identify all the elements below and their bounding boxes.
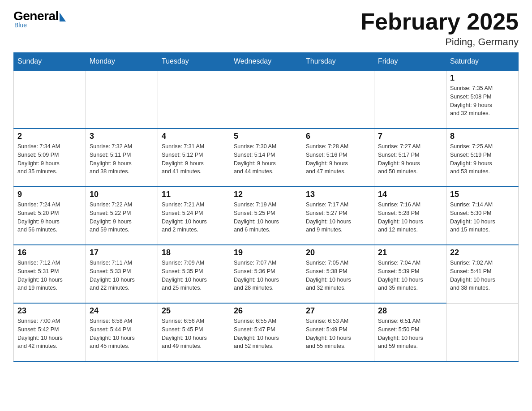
day-number: 19: [234, 248, 298, 257]
day-info: Sunrise: 7:25 AM Sunset: 5:19 PM Dayligh…: [450, 142, 515, 176]
day-number: 25: [162, 306, 226, 316]
calendar-day-cell: 2Sunrise: 7:34 AM Sunset: 5:09 PM Daylig…: [14, 128, 86, 187]
day-number: 2: [17, 132, 82, 141]
calendar-day-cell: [158, 70, 230, 128]
day-info: Sunrise: 7:35 AM Sunset: 5:08 PM Dayligh…: [450, 84, 515, 118]
day-info: Sunrise: 7:00 AM Sunset: 5:42 PM Dayligh…: [17, 317, 82, 351]
calendar-day-cell: 4Sunrise: 7:31 AM Sunset: 5:12 PM Daylig…: [158, 128, 230, 187]
calendar-day-cell: 15Sunrise: 7:14 AM Sunset: 5:30 PM Dayli…: [446, 187, 519, 245]
calendar-day-cell: 12Sunrise: 7:19 AM Sunset: 5:25 PM Dayli…: [230, 187, 302, 245]
calendar-day-cell: 13Sunrise: 7:17 AM Sunset: 5:27 PM Dayli…: [302, 187, 374, 245]
calendar-table: SundayMondayTuesdayWednesdayThursdayFrid…: [13, 52, 519, 362]
day-number: 18: [162, 248, 226, 257]
calendar-location: Piding, Germany: [360, 36, 519, 48]
day-info: Sunrise: 7:19 AM Sunset: 5:25 PM Dayligh…: [234, 201, 298, 234]
calendar-week-row: 16Sunrise: 7:12 AM Sunset: 5:31 PM Dayli…: [14, 245, 519, 303]
calendar-day-cell: 5Sunrise: 7:30 AM Sunset: 5:14 PM Daylig…: [230, 128, 302, 187]
day-number: 9: [17, 190, 82, 199]
day-info: Sunrise: 7:34 AM Sunset: 5:09 PM Dayligh…: [17, 142, 82, 176]
calendar-title: February 2025: [360, 9, 519, 34]
day-number: 7: [378, 132, 442, 141]
day-number: 27: [306, 306, 370, 316]
day-of-week-header: Monday: [86, 53, 158, 71]
day-info: Sunrise: 7:05 AM Sunset: 5:38 PM Dayligh…: [306, 259, 370, 292]
day-info: Sunrise: 7:14 AM Sunset: 5:30 PM Dayligh…: [450, 201, 515, 234]
day-info: Sunrise: 7:11 AM Sunset: 5:33 PM Dayligh…: [90, 259, 154, 292]
day-of-week-header: Sunday: [14, 53, 86, 71]
calendar-day-cell: 9Sunrise: 7:24 AM Sunset: 5:20 PM Daylig…: [14, 187, 86, 245]
calendar-day-cell: 20Sunrise: 7:05 AM Sunset: 5:38 PM Dayli…: [302, 245, 374, 303]
calendar-day-cell: 1Sunrise: 7:35 AM Sunset: 5:08 PM Daylig…: [446, 70, 519, 128]
calendar-day-cell: 25Sunrise: 6:56 AM Sunset: 5:45 PM Dayli…: [158, 303, 230, 361]
day-info: Sunrise: 6:55 AM Sunset: 5:47 PM Dayligh…: [234, 317, 298, 351]
calendar-day-cell: 23Sunrise: 7:00 AM Sunset: 5:42 PM Dayli…: [14, 303, 86, 361]
logo-blue-text: Blue: [14, 21, 27, 29]
calendar-day-cell: 10Sunrise: 7:22 AM Sunset: 5:22 PM Dayli…: [86, 187, 158, 245]
day-number: 3: [90, 132, 154, 141]
day-info: Sunrise: 7:12 AM Sunset: 5:31 PM Dayligh…: [17, 259, 82, 292]
day-info: Sunrise: 6:53 AM Sunset: 5:49 PM Dayligh…: [306, 317, 370, 351]
title-area: February 2025 Piding, Germany: [360, 9, 519, 48]
day-number: 17: [90, 248, 154, 257]
day-number: 23: [17, 306, 82, 316]
day-of-week-header: Thursday: [302, 53, 374, 71]
day-number: 26: [234, 306, 298, 316]
day-number: 28: [378, 306, 442, 316]
day-number: 14: [378, 190, 442, 199]
calendar-week-row: 2Sunrise: 7:34 AM Sunset: 5:09 PM Daylig…: [14, 128, 519, 187]
day-number: 12: [234, 190, 298, 199]
day-info: Sunrise: 7:04 AM Sunset: 5:39 PM Dayligh…: [378, 259, 442, 292]
day-number: 1: [450, 73, 515, 83]
calendar-day-cell: [86, 70, 158, 128]
day-number: 24: [90, 306, 154, 316]
calendar-day-cell: 18Sunrise: 7:09 AM Sunset: 5:35 PM Dayli…: [158, 245, 230, 303]
calendar-header-row: SundayMondayTuesdayWednesdayThursdayFrid…: [14, 53, 519, 71]
day-number: 22: [450, 248, 515, 257]
day-number: 11: [162, 190, 226, 199]
calendar-day-cell: 26Sunrise: 6:55 AM Sunset: 5:47 PM Dayli…: [230, 303, 302, 361]
day-info: Sunrise: 7:02 AM Sunset: 5:41 PM Dayligh…: [450, 259, 515, 292]
day-number: 15: [450, 190, 515, 199]
day-number: 6: [306, 132, 370, 141]
calendar-day-cell: [302, 70, 374, 128]
day-number: 20: [306, 248, 370, 257]
day-info: Sunrise: 7:27 AM Sunset: 5:17 PM Dayligh…: [378, 142, 442, 176]
day-info: Sunrise: 7:28 AM Sunset: 5:16 PM Dayligh…: [306, 142, 370, 176]
calendar-day-cell: [374, 70, 446, 128]
day-number: 16: [17, 248, 82, 257]
calendar-day-cell: 21Sunrise: 7:04 AM Sunset: 5:39 PM Dayli…: [374, 245, 446, 303]
calendar-week-row: 23Sunrise: 7:00 AM Sunset: 5:42 PM Dayli…: [14, 303, 519, 361]
calendar-week-row: 9Sunrise: 7:24 AM Sunset: 5:20 PM Daylig…: [14, 187, 519, 245]
day-info: Sunrise: 7:17 AM Sunset: 5:27 PM Dayligh…: [306, 201, 370, 234]
calendar-day-cell: 14Sunrise: 7:16 AM Sunset: 5:28 PM Dayli…: [374, 187, 446, 245]
day-info: Sunrise: 7:22 AM Sunset: 5:22 PM Dayligh…: [90, 201, 154, 234]
day-number: 4: [162, 132, 226, 141]
calendar-day-cell: 7Sunrise: 7:27 AM Sunset: 5:17 PM Daylig…: [374, 128, 446, 187]
day-info: Sunrise: 6:51 AM Sunset: 5:50 PM Dayligh…: [378, 317, 442, 351]
page-header: General Blue February 2025 Piding, Germa…: [13, 9, 519, 48]
calendar-day-cell: 6Sunrise: 7:28 AM Sunset: 5:16 PM Daylig…: [302, 128, 374, 187]
day-info: Sunrise: 7:21 AM Sunset: 5:24 PM Dayligh…: [162, 201, 226, 234]
calendar-day-cell: 16Sunrise: 7:12 AM Sunset: 5:31 PM Dayli…: [14, 245, 86, 303]
day-number: 13: [306, 190, 370, 199]
calendar-week-row: 1Sunrise: 7:35 AM Sunset: 5:08 PM Daylig…: [14, 70, 519, 128]
day-of-week-header: Saturday: [446, 53, 519, 71]
day-info: Sunrise: 6:58 AM Sunset: 5:44 PM Dayligh…: [90, 317, 154, 351]
calendar-day-cell: 17Sunrise: 7:11 AM Sunset: 5:33 PM Dayli…: [86, 245, 158, 303]
calendar-day-cell: 8Sunrise: 7:25 AM Sunset: 5:19 PM Daylig…: [446, 128, 519, 187]
day-of-week-header: Wednesday: [230, 53, 302, 71]
calendar-day-cell: 24Sunrise: 6:58 AM Sunset: 5:44 PM Dayli…: [86, 303, 158, 361]
calendar-day-cell: [14, 70, 86, 128]
calendar-day-cell: [230, 70, 302, 128]
day-of-week-header: Friday: [374, 53, 446, 71]
day-of-week-header: Tuesday: [158, 53, 230, 71]
day-number: 5: [234, 132, 298, 141]
day-info: Sunrise: 6:56 AM Sunset: 5:45 PM Dayligh…: [162, 317, 226, 351]
day-info: Sunrise: 7:32 AM Sunset: 5:11 PM Dayligh…: [90, 142, 154, 176]
day-info: Sunrise: 7:24 AM Sunset: 5:20 PM Dayligh…: [17, 201, 82, 234]
day-number: 21: [378, 248, 442, 257]
day-info: Sunrise: 7:30 AM Sunset: 5:14 PM Dayligh…: [234, 142, 298, 176]
calendar-day-cell: 27Sunrise: 6:53 AM Sunset: 5:49 PM Dayli…: [302, 303, 374, 361]
calendar-day-cell: [446, 303, 519, 361]
day-number: 10: [90, 190, 154, 199]
